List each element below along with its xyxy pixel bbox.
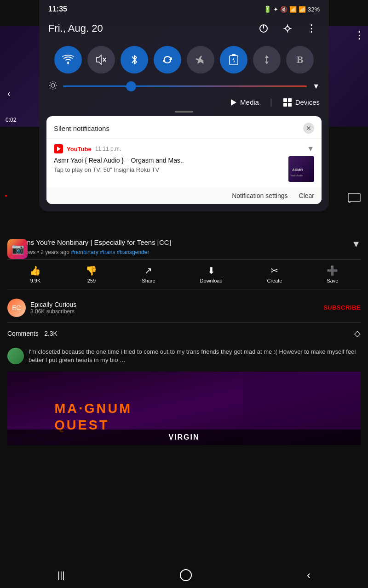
notification-thumb-inner: ASMR Yaoi Audio bbox=[288, 156, 314, 182]
subscribe-button[interactable]: SUBSCRIBE bbox=[323, 304, 361, 311]
commenter-avatar bbox=[7, 348, 24, 364]
comments-header: Comments 2.3K bbox=[7, 329, 58, 338]
notification-app-name: YouTube bbox=[67, 146, 92, 153]
notification-settings-button[interactable]: Notification settings bbox=[232, 192, 288, 199]
download-label: Download bbox=[200, 278, 223, 283]
screen-cast-icon bbox=[348, 193, 361, 205]
video-info-section: 10 Signs You're Nonbinary | Especially f… bbox=[0, 232, 368, 451]
save-label: Save bbox=[327, 278, 338, 283]
notification-shade: 11:35 🔋 ✦ 🔇 📶 📶 32% Fri., Aug. 20 bbox=[39, 0, 329, 211]
clear-notification-button[interactable]: Clear bbox=[299, 192, 314, 199]
previous-chevron[interactable]: ‹ bbox=[7, 88, 11, 99]
home-button[interactable] bbox=[180, 569, 192, 581]
instagram-icon[interactable]: 📷 bbox=[7, 239, 28, 259]
svg-rect-0 bbox=[348, 193, 360, 202]
svg-rect-12 bbox=[232, 54, 236, 56]
like-count: 9.9K bbox=[30, 278, 41, 283]
notification-expand-icon[interactable]: ▼ bbox=[307, 145, 314, 153]
quick-toggles-row: B bbox=[39, 42, 329, 77]
collapse-icon[interactable]: ▼ bbox=[351, 239, 361, 249]
separator: | bbox=[270, 97, 272, 107]
create-icon: ✂ bbox=[270, 265, 278, 276]
comment-text: I'm closeted because the one time i trie… bbox=[29, 348, 361, 364]
channel-name: Epically Curious bbox=[30, 301, 76, 308]
recents-button[interactable]: ||| bbox=[58, 570, 65, 581]
video-hashtags: #nonbinary #trans #transgender bbox=[71, 249, 149, 255]
devices-button[interactable]: Devices bbox=[283, 98, 320, 107]
brightness-expand[interactable]: ▼ bbox=[312, 82, 320, 90]
navigation-bar: ||| ‹ bbox=[0, 562, 368, 588]
notification-source-row: YouTube 11:11 p.m. ▼ bbox=[54, 144, 314, 153]
signal-icon: 📶 bbox=[299, 6, 306, 13]
youtube-app-icon bbox=[54, 144, 63, 153]
svg-rect-26 bbox=[283, 103, 287, 107]
battery-percentage: 32% bbox=[308, 6, 320, 13]
battery-saver-toggle[interactable] bbox=[220, 46, 247, 74]
youtube-play-icon bbox=[57, 147, 61, 151]
notification-footer: Notification settings Clear bbox=[46, 187, 322, 204]
more-qs-button[interactable]: ⋮ bbox=[303, 20, 320, 37]
devices-label: Devices bbox=[295, 98, 320, 106]
bluetooth-toggle[interactable] bbox=[121, 46, 148, 74]
sync-toggle[interactable] bbox=[154, 46, 181, 74]
status-bar: 11:35 🔋 ✦ 🔇 📶 📶 32% bbox=[39, 0, 329, 17]
channel-details: Epically Curious 3.06K subscribers bbox=[30, 301, 76, 315]
back-button[interactable]: ‹ bbox=[307, 569, 310, 582]
mute-status-icon: 🔇 bbox=[280, 6, 288, 13]
svg-rect-24 bbox=[283, 98, 287, 102]
svg-rect-25 bbox=[288, 98, 292, 102]
notification-title: Asmr Yaoi { Real Audio } – Orgasm and Ma… bbox=[54, 156, 283, 164]
svg-text:Yaoi Audio: Yaoi Audio bbox=[290, 174, 304, 177]
media-button[interactable]: Media bbox=[229, 98, 259, 107]
youtube-notification[interactable]: YouTube 11:11 p.m. ▼ Asmr Yaoi { Real Au… bbox=[46, 139, 322, 187]
like-button[interactable]: 👍 9.9K bbox=[29, 265, 41, 283]
recommended-video-thumbnail[interactable]: MA·GNUM QUEST VIRGIN bbox=[7, 372, 361, 445]
silent-notifications-panel: Silent notifications ✕ YouTube 11:11 p.m… bbox=[46, 116, 322, 204]
share-button[interactable]: ↗ Share bbox=[142, 265, 155, 283]
svg-line-22 bbox=[50, 88, 51, 89]
save-icon: ➕ bbox=[327, 265, 338, 276]
bluetooth-status-icon: ✦ bbox=[273, 6, 278, 13]
svg-point-7 bbox=[286, 27, 289, 30]
comments-section: Comments 2.3K ◇ bbox=[7, 322, 361, 344]
channel-subscribers: 3.06K subscribers bbox=[30, 308, 76, 315]
dislike-icon: 👎 bbox=[86, 265, 97, 276]
qs-header: Fri., Aug. 20 ⋮ bbox=[39, 17, 329, 42]
settings-button[interactable] bbox=[279, 20, 296, 37]
status-time: 11:35 bbox=[48, 5, 67, 13]
close-silent-notifications-button[interactable]: ✕ bbox=[303, 123, 314, 134]
create-label: Create bbox=[267, 278, 282, 283]
save-button[interactable]: ➕ Save bbox=[327, 265, 338, 283]
video-meta: 135K views • 2 years ago #nonbinary #tra… bbox=[7, 249, 361, 255]
bold-toggle[interactable]: B bbox=[286, 46, 314, 74]
channel-row: EC Epically Curious 3.06K subscribers SU… bbox=[7, 293, 361, 322]
svg-line-19 bbox=[50, 83, 51, 84]
notification-thumbnail: ASMR Yaoi Audio bbox=[288, 156, 314, 182]
brightness-slider[interactable] bbox=[63, 85, 307, 87]
svg-point-8 bbox=[67, 62, 69, 64]
more-options-icon[interactable]: ⋮ bbox=[354, 29, 364, 41]
battery-icon: 🔋 bbox=[264, 6, 271, 13]
dislike-count: 259 bbox=[87, 278, 96, 283]
svg-line-20 bbox=[55, 88, 56, 89]
svg-text:ASMR: ASMR bbox=[292, 168, 303, 172]
comments-sort-icon[interactable]: ◇ bbox=[354, 328, 361, 339]
data-toggle[interactable] bbox=[253, 46, 281, 74]
comments-count: 2.3K bbox=[44, 330, 58, 337]
wifi-toggle[interactable] bbox=[54, 46, 82, 74]
dislike-button[interactable]: 👎 259 bbox=[86, 265, 97, 283]
airplane-toggle[interactable] bbox=[187, 46, 214, 74]
brightness-icon bbox=[48, 81, 58, 92]
power-button[interactable] bbox=[255, 20, 272, 37]
silent-notifications-header: Silent notifications ✕ bbox=[46, 116, 322, 139]
recommended-video-title: VIRGIN bbox=[7, 430, 361, 445]
svg-point-14 bbox=[51, 84, 55, 87]
notification-content-row: Asmr Yaoi { Real Audio } – Orgasm and Ma… bbox=[54, 156, 314, 182]
mute-toggle[interactable] bbox=[87, 46, 115, 74]
brightness-thumb[interactable] bbox=[126, 81, 136, 91]
create-button[interactable]: ✂ Create bbox=[267, 265, 282, 283]
silent-notifications-title: Silent notifications bbox=[54, 124, 109, 132]
channel-info[interactable]: EC Epically Curious 3.06K subscribers bbox=[7, 299, 76, 317]
action-bar: 👍 9.9K 👎 259 ↗ Share ⬇ Download ✂ Create… bbox=[7, 259, 361, 289]
download-button[interactable]: ⬇ Download bbox=[200, 265, 223, 283]
